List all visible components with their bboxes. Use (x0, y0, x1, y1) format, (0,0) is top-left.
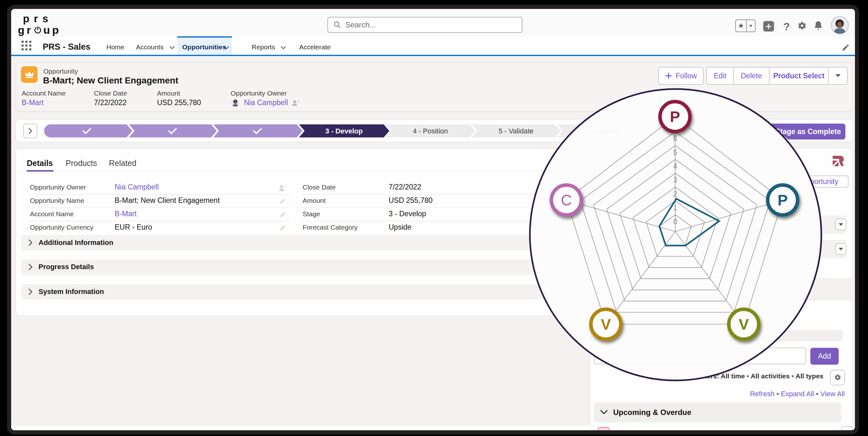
svg-text:P: P (778, 192, 788, 209)
svg-text:0: 0 (673, 218, 678, 226)
svg-text:6: 6 (673, 134, 678, 143)
svg-text:3 - Develop: 3 - Develop (325, 127, 363, 135)
svg-text:2: 2 (673, 190, 678, 198)
svg-text:V: V (739, 316, 749, 333)
svg-text:5: 5 (673, 148, 678, 157)
svg-text:C: C (561, 192, 572, 209)
svg-text:3: 3 (673, 176, 678, 184)
svg-text:4: 4 (673, 162, 678, 170)
svg-text:V: V (601, 316, 611, 333)
svg-text:1: 1 (673, 204, 678, 212)
svg-text:4 - Position: 4 - Position (413, 127, 448, 135)
svg-text:P: P (670, 108, 680, 125)
svg-text:5 - Validate: 5 - Validate (498, 127, 533, 135)
